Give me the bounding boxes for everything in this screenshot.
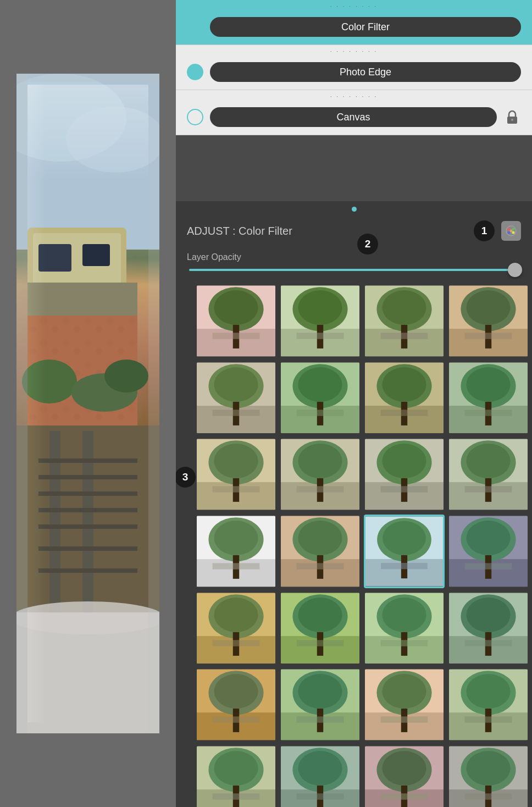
svg-rect-15 xyxy=(82,431,93,623)
photo-edge-button[interactable]: Photo Edge xyxy=(210,62,521,82)
filter-item[interactable] xyxy=(280,284,361,358)
dots-3: · · · · · · · · xyxy=(176,90,532,102)
right-panel: · · · · · · · · Color Filter · · · · · ·… xyxy=(176,0,532,807)
svg-point-24 xyxy=(16,601,159,634)
svg-point-174 xyxy=(382,674,426,709)
palette-icon[interactable] xyxy=(501,221,521,241)
svg-rect-26 xyxy=(148,74,159,733)
photo-panel xyxy=(0,0,176,807)
svg-point-96 xyxy=(298,444,342,478)
filter-item[interactable] xyxy=(448,592,529,665)
opacity-slider-track[interactable] xyxy=(189,269,519,271)
filter-item[interactable] xyxy=(196,438,276,511)
filter-item[interactable] xyxy=(196,592,276,665)
svg-point-192 xyxy=(298,751,342,786)
svg-point-10 xyxy=(22,360,77,404)
filter-item[interactable] xyxy=(448,745,529,807)
svg-point-84 xyxy=(466,367,510,402)
svg-rect-17 xyxy=(38,475,137,479)
photo-edge-toggle[interactable] xyxy=(187,64,203,80)
svg-rect-56 xyxy=(381,333,428,339)
dots-2: · · · · · · · · xyxy=(176,45,532,57)
filter-item[interactable] xyxy=(196,515,276,588)
opacity-label: Layer Opacity xyxy=(187,252,521,262)
color-filter-button[interactable]: Color Filter xyxy=(210,17,521,37)
filter-item[interactable] xyxy=(364,284,445,358)
filter-item[interactable] xyxy=(280,438,361,511)
filter-item[interactable] xyxy=(364,592,445,665)
filter-item-selected[interactable] xyxy=(364,515,445,588)
empty-area xyxy=(176,135,532,201)
step-1-badge: 1 xyxy=(474,220,495,241)
svg-point-90 xyxy=(214,444,258,478)
svg-point-11 xyxy=(71,373,137,412)
filter-item[interactable] xyxy=(196,284,276,358)
step-2-badge: 2 xyxy=(357,234,378,255)
filter-grid-container[interactable]: 3 xyxy=(176,280,532,807)
svg-rect-200 xyxy=(381,793,428,799)
svg-point-36 xyxy=(508,231,511,234)
svg-rect-104 xyxy=(381,487,428,493)
photo-image xyxy=(16,74,159,733)
filter-item[interactable] xyxy=(448,515,529,588)
filter-item[interactable] xyxy=(280,668,361,742)
svg-rect-128 xyxy=(381,563,428,569)
svg-rect-4 xyxy=(33,233,121,288)
svg-point-162 xyxy=(214,674,258,709)
filter-item[interactable] xyxy=(448,361,529,435)
svg-rect-50 xyxy=(297,333,344,339)
opacity-slider-thumb[interactable] xyxy=(508,263,522,277)
filter-item[interactable] xyxy=(448,284,529,358)
svg-rect-176 xyxy=(381,716,428,722)
svg-rect-0 xyxy=(16,74,159,250)
filter-item[interactable] xyxy=(364,438,445,511)
filter-item[interactable] xyxy=(280,745,361,807)
svg-rect-152 xyxy=(381,640,428,646)
svg-rect-122 xyxy=(297,563,344,569)
svg-rect-116 xyxy=(213,563,260,569)
svg-point-35 xyxy=(512,228,515,231)
svg-rect-140 xyxy=(213,640,260,646)
svg-point-37 xyxy=(512,231,515,234)
photo-edge-label: Photo Edge xyxy=(340,67,391,78)
svg-point-66 xyxy=(214,367,258,402)
svg-point-54 xyxy=(382,290,426,325)
filter-item[interactable] xyxy=(364,668,445,742)
filter-item[interactable] xyxy=(364,361,445,435)
filter-item[interactable] xyxy=(448,438,529,511)
filter-item[interactable] xyxy=(448,668,529,742)
svg-rect-158 xyxy=(465,640,512,646)
filter-item[interactable] xyxy=(280,361,361,435)
svg-point-132 xyxy=(466,521,510,555)
svg-point-204 xyxy=(466,751,510,786)
svg-rect-62 xyxy=(465,333,512,339)
filter-grid xyxy=(196,284,529,807)
svg-point-108 xyxy=(466,444,510,478)
color-filter-label: Color Filter xyxy=(341,21,390,33)
adjust-indicator-dot xyxy=(352,207,357,212)
canvas-toggle[interactable] xyxy=(187,109,203,125)
svg-point-120 xyxy=(298,521,342,555)
filter-item[interactable] xyxy=(280,515,361,588)
filter-item[interactable] xyxy=(280,592,361,665)
svg-point-156 xyxy=(466,598,510,632)
svg-rect-13 xyxy=(16,425,159,623)
svg-point-198 xyxy=(382,751,426,786)
svg-rect-7 xyxy=(27,283,137,327)
canvas-button[interactable]: Canvas xyxy=(210,107,497,127)
filter-item[interactable] xyxy=(364,745,445,807)
svg-point-42 xyxy=(214,290,258,325)
svg-point-78 xyxy=(382,367,426,402)
canvas-section: · · · · · · · · Canvas xyxy=(176,90,532,135)
color-filter-toggle[interactable] xyxy=(187,19,203,35)
svg-point-150 xyxy=(382,598,426,632)
filter-item[interactable] xyxy=(196,361,276,435)
svg-point-138 xyxy=(214,598,258,632)
filter-item[interactable] xyxy=(196,668,276,742)
svg-rect-8 xyxy=(27,316,137,425)
svg-point-48 xyxy=(298,290,342,325)
svg-point-168 xyxy=(298,674,342,709)
adjust-title: ADJUST : Color Filter xyxy=(187,225,467,237)
svg-point-114 xyxy=(214,521,258,555)
filter-item[interactable] xyxy=(196,745,276,807)
